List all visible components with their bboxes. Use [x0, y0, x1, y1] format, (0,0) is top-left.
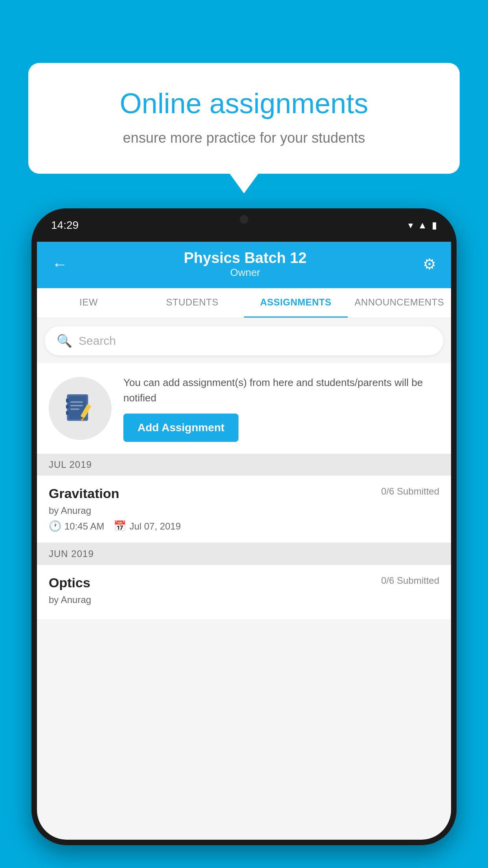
tab-assignments[interactable]: ASSIGNMENTS	[244, 288, 348, 318]
add-assignment-button[interactable]: Add Assignment	[123, 414, 238, 442]
assignment-name-gravitation: Gravitation	[49, 486, 119, 501]
svg-rect-6	[70, 405, 83, 406]
clock-icon: 🕐	[49, 520, 61, 532]
status-icons: ▾ ▲ ▮	[408, 220, 437, 231]
phone-notch: 14:29 ▾ ▲ ▮	[31, 208, 457, 242]
assignment-meta-gravitation: 🕐 10:45 AM 📅 Jul 07, 2019	[49, 520, 439, 532]
tab-students[interactable]: STUDENTS	[141, 288, 244, 318]
svg-rect-7	[70, 408, 79, 410]
notebook-icon	[62, 391, 98, 426]
section-header-jul-label: JUL 2019	[49, 459, 92, 470]
svg-rect-5	[70, 401, 83, 403]
info-card: You can add assignment(s) from here and …	[37, 363, 451, 454]
app-header: ← Physics Batch 12 Owner ⚙	[37, 242, 451, 288]
assignment-date-label: Jul 07, 2019	[129, 521, 181, 532]
camera-dot	[240, 215, 248, 224]
tabs-bar: IEW STUDENTS ASSIGNMENTS ANNOUNCEMENTS	[37, 288, 451, 318]
header-subtitle: Owner	[71, 267, 420, 279]
search-placeholder: Search	[79, 334, 116, 348]
tab-iew[interactable]: IEW	[37, 288, 141, 318]
speech-bubble-title: Online assignments	[52, 86, 436, 120]
header-title: Physics Batch 12	[71, 250, 420, 267]
section-header-jun-label: JUN 2019	[49, 548, 94, 559]
assignment-item-gravitation[interactable]: Gravitation 0/6 Submitted by Anurag 🕐 10…	[37, 476, 451, 543]
section-header-jun: JUN 2019	[37, 543, 451, 565]
calendar-icon: 📅	[114, 520, 126, 532]
assignment-item-optics[interactable]: Optics 0/6 Submitted by Anurag	[37, 565, 451, 620]
signal-icon: ▲	[418, 220, 427, 231]
assignment-by-gravitation: by Anurag	[49, 505, 439, 516]
assignment-time-gravitation: 🕐 10:45 AM	[49, 520, 104, 532]
speech-bubble: Online assignments ensure more practice …	[28, 63, 460, 174]
assignment-date-gravitation: 📅 Jul 07, 2019	[114, 520, 181, 532]
battery-icon: ▮	[432, 220, 437, 231]
info-card-text: You can add assignment(s) from here and …	[123, 375, 439, 406]
back-button[interactable]: ←	[49, 252, 71, 276]
speech-bubble-subtitle: ensure more practice for your students	[52, 130, 436, 146]
settings-button[interactable]: ⚙	[420, 252, 439, 276]
status-time: 14:29	[51, 219, 79, 232]
search-icon: 🔍	[57, 333, 72, 348]
header-center: Physics Batch 12 Owner	[71, 250, 420, 279]
assignment-name-optics: Optics	[49, 575, 90, 590]
phone-wrapper: 14:29 ▾ ▲ ▮ ← Physics Batch 12 Owner ⚙	[31, 208, 457, 868]
svg-rect-4	[66, 411, 69, 415]
wifi-icon: ▾	[408, 220, 413, 231]
assignment-submitted-gravitation: 0/6 Submitted	[381, 486, 439, 497]
notebook-icon-circle	[49, 377, 112, 440]
assignment-row-top-optics: Optics 0/6 Submitted	[49, 575, 439, 590]
info-card-content: You can add assignment(s) from here and …	[123, 375, 439, 442]
search-bar[interactable]: 🔍 Search	[45, 326, 443, 355]
assignment-by-optics: by Anurag	[49, 594, 439, 605]
svg-rect-2	[66, 399, 69, 402]
tab-announcements[interactable]: ANNOUNCEMENTS	[348, 288, 451, 318]
svg-rect-3	[66, 405, 69, 408]
section-header-jul: JUL 2019	[37, 454, 451, 476]
assignment-submitted-optics: 0/6 Submitted	[381, 575, 439, 586]
phone-screen: ← Physics Batch 12 Owner ⚙ IEW STUDENTS …	[37, 242, 451, 840]
assignment-row-top: Gravitation 0/6 Submitted	[49, 486, 439, 501]
assignment-time-label: 10:45 AM	[64, 521, 104, 532]
notch-bump	[205, 208, 283, 230]
phone-frame: 14:29 ▾ ▲ ▮ ← Physics Batch 12 Owner ⚙	[31, 208, 457, 845]
